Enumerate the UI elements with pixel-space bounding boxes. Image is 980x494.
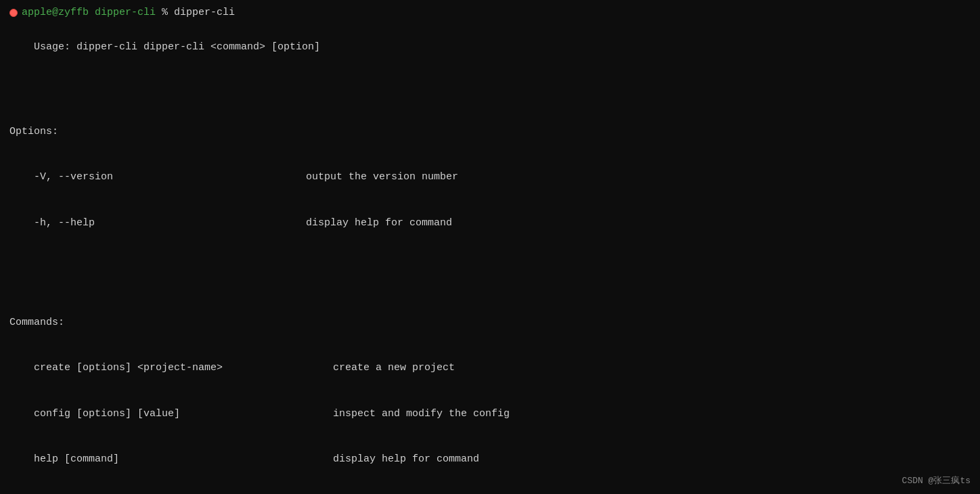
close-button[interactable] [9, 9, 18, 17]
options-section: Options: -V, --versionoutput the version… [9, 94, 971, 262]
options-header: Options: [9, 125, 971, 140]
commands-header: Commands: [9, 315, 971, 331]
commands-section: Commands: create [options] <project-name… [9, 285, 971, 495]
initial-command: dipper-cli [174, 5, 235, 21]
watermark: CSDN @张三疯ts [902, 474, 971, 488]
usage-line: Usage: dipper-cli dipper-cli <command> [… [9, 25, 971, 71]
command-help: help [command]display help for command [9, 452, 971, 468]
command-config: config [options] [value]inspect and modi… [9, 407, 971, 422]
prompt-user-initial: apple@zyffb dipper-cli [22, 5, 156, 21]
prompt-symbol-initial: % [156, 5, 174, 21]
title-bar: apple@zyffb dipper-cli % dipper-cli [9, 5, 971, 21]
terminal-window: apple@zyffb dipper-cli % dipper-cli Usag… [0, 0, 980, 494]
option-help: -h, --helpdisplay help for command [9, 216, 971, 231]
option-version: -V, --versionoutput the version number [9, 170, 971, 185]
command-create: create [options] <project-name>create a … [9, 361, 971, 376]
